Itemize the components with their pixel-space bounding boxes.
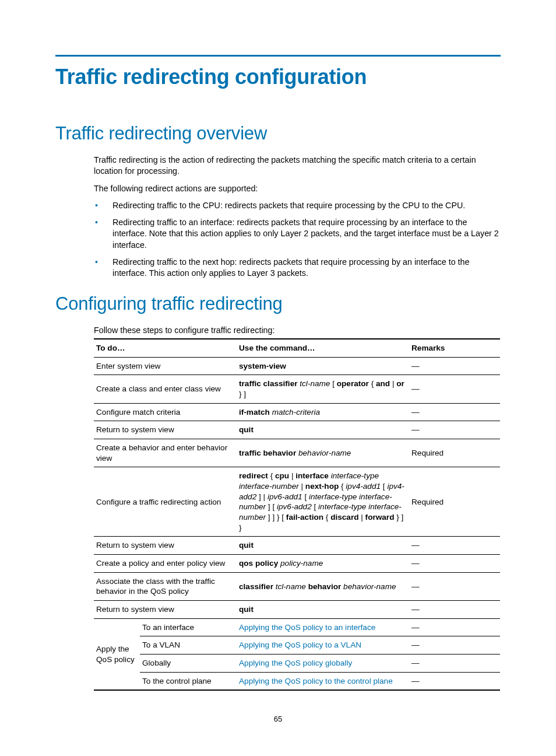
table-row: Return to system view quit — (94, 601, 500, 619)
top-rule (55, 55, 501, 57)
cell-remark: — (409, 572, 500, 600)
table-row: Globally Applying the QoS policy globall… (94, 654, 500, 673)
cell-remark: — (409, 375, 500, 403)
config-table: To do… Use the command… Remarks Enter sy… (94, 338, 500, 691)
overview-p2: The following redirect actions are suppo… (94, 183, 501, 194)
cell-cmd: redirect { cpu | interface interface-typ… (237, 467, 409, 537)
bullet-item: Redirecting traffic to an interface: red… (94, 217, 501, 251)
cell-cmd: traffic behavior behavior-name (237, 439, 409, 467)
cell-todo: Create a behavior and enter behavior vie… (94, 439, 237, 467)
cell-remark: — (409, 421, 500, 439)
table-row: Create a behavior and enter behavior vie… (94, 439, 500, 467)
cell-remark: — (409, 357, 500, 375)
overview-bullets: Redirecting traffic to the CPU: redirect… (94, 200, 501, 279)
cell-cmd: quit (237, 601, 409, 619)
page: Traffic redirecting configuration Traffi… (0, 0, 556, 756)
cell-remark: — (409, 601, 500, 619)
link-apply-vlan[interactable]: Applying the QoS policy to a VLAN (239, 640, 361, 649)
cell-link: Applying the QoS policy to a VLAN (237, 636, 409, 654)
section-heading-overview: Traffic redirecting overview (55, 123, 501, 144)
table-row: Configure match criteria if-match match-… (94, 403, 500, 421)
overview-body: Traffic redirecting is the action of red… (94, 155, 501, 279)
table-row: Return to system view quit — (94, 537, 500, 555)
link-apply-globally[interactable]: Applying the QoS policy globally (239, 659, 352, 667)
cell-remark: — (409, 654, 500, 673)
cell-todo: Associate the class with the traffic beh… (94, 572, 237, 600)
page-title: Traffic redirecting configuration (55, 65, 501, 89)
cell-todo: Create a policy and enter policy view (94, 555, 237, 573)
cell-cmd: qos policy policy-name (237, 555, 409, 573)
config-intro: Follow these steps to configure traffic … (94, 325, 501, 336)
cell-remark: — (409, 537, 500, 555)
cell-todo: Enter system view (94, 357, 237, 375)
cell-cmd: traffic classifier tcl-name [ operator {… (237, 375, 409, 403)
cell-todo: Return to system view (94, 421, 237, 439)
th-remarks: Remarks (409, 339, 500, 357)
cell-cmd: system-view (237, 357, 409, 375)
table-row: Configure a traffic redirecting action r… (94, 467, 500, 537)
table-row: Create a policy and enter policy view qo… (94, 555, 500, 573)
cell-link: Applying the QoS policy to the control p… (237, 672, 409, 690)
cell-link: Applying the QoS policy globally (237, 654, 409, 673)
link-apply-interface[interactable]: Applying the QoS policy to an interface (239, 623, 375, 632)
section-heading-config: Configuring traffic redirecting (55, 293, 501, 314)
cell-remark: — (409, 618, 500, 636)
cell-todo: Create a class and enter class view (94, 375, 237, 403)
cell-sub: To a VLAN (140, 636, 237, 654)
cell-todo: Configure a traffic redirecting action (94, 467, 237, 537)
cell-apply-label: Apply the QoS policy (94, 618, 140, 690)
table-row: To a VLAN Applying the QoS policy to a V… (94, 636, 500, 654)
cell-link: Applying the QoS policy to an interface (237, 618, 409, 636)
overview-p1: Traffic redirecting is the action of red… (94, 155, 501, 177)
table-row: Return to system view quit — (94, 421, 500, 439)
th-cmd: Use the command… (237, 339, 409, 357)
table-row: Apply the QoS policy To an interface App… (94, 618, 500, 636)
bullet-item: Redirecting traffic to the CPU: redirect… (94, 200, 501, 211)
cell-cmd: classifier tcl-name behavior behavior-na… (237, 572, 409, 600)
table-row: Enter system view system-view — (94, 357, 500, 375)
cell-remark: — (409, 555, 500, 573)
table-row: Create a class and enter class view traf… (94, 375, 500, 403)
cell-remark: Required (409, 439, 500, 467)
cell-sub: Globally (140, 654, 237, 673)
cell-todo: Return to system view (94, 601, 237, 619)
cell-remark: Required (409, 467, 500, 537)
cell-remark: — (409, 403, 500, 421)
cell-sub: To an interface (140, 618, 237, 636)
cell-remark: — (409, 672, 500, 690)
table-header-row: To do… Use the command… Remarks (94, 339, 500, 357)
config-body: Follow these steps to configure traffic … (94, 325, 501, 691)
cell-remark: — (409, 636, 500, 654)
th-todo: To do… (94, 339, 237, 357)
page-number: 65 (0, 715, 556, 723)
cell-sub: To the control plane (140, 672, 237, 690)
link-apply-control-plane[interactable]: Applying the QoS policy to the control p… (239, 677, 393, 685)
cell-todo: Configure match criteria (94, 403, 237, 421)
table-row: To the control plane Applying the QoS po… (94, 672, 500, 690)
bullet-item: Redirecting traffic to the next hop: red… (94, 257, 501, 279)
table-row: Associate the class with the traffic beh… (94, 572, 500, 600)
cell-cmd: quit (237, 421, 409, 439)
cell-cmd: if-match match-criteria (237, 403, 409, 421)
cell-cmd: quit (237, 537, 409, 555)
cell-todo: Return to system view (94, 537, 237, 555)
